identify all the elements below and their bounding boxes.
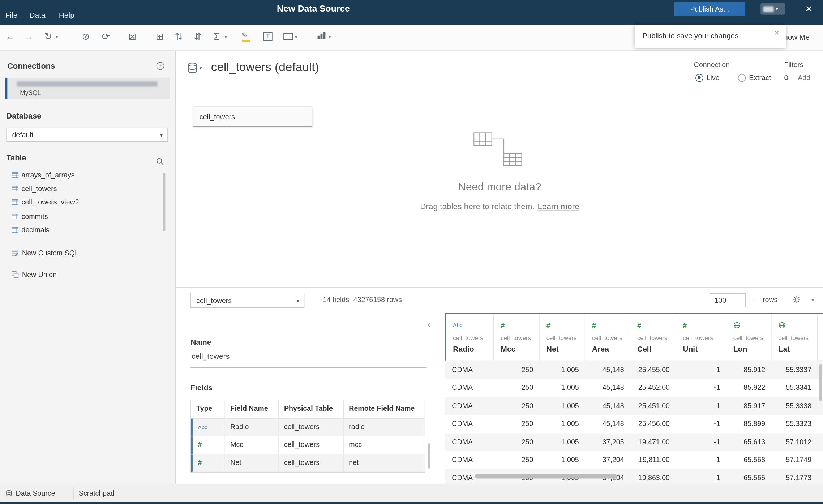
field-row[interactable]: #Mcccell_towersmcc <box>191 436 425 454</box>
redo-icon[interactable]: → <box>24 31 34 43</box>
page-title: New Data Source <box>277 4 350 14</box>
database-header: Database <box>6 111 41 120</box>
connection-item[interactable]: MySQL <box>5 78 170 99</box>
grid-cell: CDMA <box>445 451 494 469</box>
search-icon[interactable] <box>156 158 164 166</box>
grid-row[interactable]: CDMA2501,00545,14825,455.00-185.91255.33… <box>445 361 823 379</box>
connection-name-masked <box>17 81 157 87</box>
grid-column-header[interactable]: #cell_towersCell <box>630 314 676 361</box>
highlight-icon[interactable]: ✎ <box>241 30 252 43</box>
grid-cell: -1 <box>676 415 726 433</box>
table-list-item[interactable]: decimals <box>0 223 176 237</box>
fit-view-icon[interactable] <box>283 33 293 40</box>
extract-label[interactable]: Extract <box>749 74 771 82</box>
grid-cell: 250 <box>494 433 539 451</box>
datasource-icon[interactable] <box>187 62 198 74</box>
replay-caret-icon[interactable]: ▾ <box>56 35 58 40</box>
name-value[interactable]: cell_towers <box>192 352 230 360</box>
chart-caret-icon[interactable]: ▾ <box>329 35 331 40</box>
fields-label: Fields <box>190 384 213 392</box>
add-filter-button[interactable]: Add <box>798 74 810 82</box>
tab-scratchpad[interactable]: Scratchpad <box>79 484 115 503</box>
menu-help[interactable]: Help <box>59 11 74 19</box>
tableau-app: File Data Help New Data Source Publish A… <box>0 0 823 504</box>
live-label[interactable]: Live <box>707 74 720 82</box>
fields-scrollbar[interactable] <box>428 443 430 469</box>
totals-caret-icon[interactable]: ▾ <box>225 35 227 40</box>
chart-type-icon[interactable] <box>317 31 326 40</box>
table-icon <box>12 227 18 233</box>
datasource-title: cell_towers (default) <box>211 60 319 74</box>
extract-radio[interactable] <box>738 74 746 82</box>
publish-as-button[interactable]: Publish As... <box>674 2 745 16</box>
field-row[interactable]: AbcRadiocell_towersradio <box>191 419 425 436</box>
grid-column-header[interactable]: #cell_towersMcc <box>494 314 539 361</box>
grid-row[interactable]: CDMA2501,00545,14825,451.00-185.91755.33… <box>445 397 823 415</box>
grid-vertical-scrollbar[interactable] <box>819 364 822 401</box>
user-menu[interactable]: ▾ <box>760 3 785 15</box>
gear-icon[interactable] <box>793 296 801 304</box>
menu-file[interactable]: File <box>5 11 18 19</box>
grid-column-name: Radio <box>453 345 474 353</box>
sidebar-scrollbar[interactable] <box>163 173 165 231</box>
live-radio[interactable] <box>695 74 703 82</box>
replay-icon[interactable]: ↻ <box>44 31 52 43</box>
datasource-caret-icon[interactable]: ▾ <box>200 66 202 71</box>
cancel-update-icon[interactable]: ⊠ <box>129 31 137 43</box>
chevron-down-icon: ▾ <box>296 298 299 304</box>
table-list-item[interactable]: commits <box>0 209 176 223</box>
grid-cell: CDMA <box>445 379 494 397</box>
pause-auto-updates-icon[interactable]: ⊘ <box>82 31 90 43</box>
row-limit-input[interactable]: 100 <box>710 293 746 307</box>
apply-row-limit-icon[interactable]: → <box>749 296 756 304</box>
sort-ascending-icon[interactable]: ⇅ <box>175 31 183 43</box>
grid-row[interactable]: CDMA2501,00545,14825,456.00-185.89955.33… <box>445 415 823 433</box>
fit-caret-icon[interactable]: ▾ <box>295 35 297 40</box>
grid-column-name: Net <box>546 345 559 353</box>
add-connection-icon[interactable]: + <box>157 62 164 70</box>
new-union-button[interactable]: New Union <box>0 268 176 281</box>
globe-icon <box>733 322 741 331</box>
grid-column-header[interactable]: Abccell_towersRadio <box>445 314 494 361</box>
grid-row[interactable]: CDMA2501,00545,14825,452.00-185.92255.33… <box>445 379 823 397</box>
totals-icon[interactable]: Σ <box>214 31 219 43</box>
menu-data[interactable]: Data <box>29 11 45 19</box>
grid-column-header[interactable]: cell_towersLon <box>726 314 772 361</box>
run-auto-update-icon[interactable]: ⟳ <box>102 31 110 43</box>
relationship-canvas: ▾ cell_towers (default) Connection Live … <box>176 51 823 287</box>
undo-icon[interactable]: ← <box>5 31 15 43</box>
publish-tooltip: Publish to save your changes ✕ <box>635 25 786 48</box>
table-list-item[interactable]: cell_towers <box>0 182 176 195</box>
learn-more-link[interactable]: Learn more <box>538 202 579 211</box>
tab-data-source[interactable]: Data Source <box>6 484 55 503</box>
grid-column-header[interactable]: #cell_towersNet <box>540 314 585 361</box>
sort-descending-icon[interactable]: ⇵ <box>194 31 202 43</box>
grid-cell: 45,148 <box>585 397 630 415</box>
grid-horizontal-scrollbar[interactable] <box>475 474 617 478</box>
grid-cell: 65.613 <box>726 433 772 451</box>
collapse-panel-icon[interactable]: ‹ <box>427 319 430 330</box>
table-picker-select[interactable]: cell_towers ▾ <box>190 293 304 308</box>
new-custom-sql-button[interactable]: New Custom SQL <box>0 246 176 260</box>
grid-cell: 57.1749 <box>772 451 818 469</box>
grid-cell: 1,005 <box>540 379 585 397</box>
table-list-item[interactable]: cell_towers_view2 <box>0 195 176 209</box>
grid-cell: 1,005 <box>540 415 585 433</box>
add-calculated-field-icon[interactable]: ⊞ <box>156 31 164 43</box>
remote-field-cell: mcc <box>344 436 425 454</box>
database-select[interactable]: default ▾ <box>6 128 168 142</box>
table-list-item[interactable]: arrays_of_arrays <box>0 168 176 182</box>
tooltip-close-icon[interactable]: ✕ <box>774 29 780 36</box>
grid-column-header[interactable]: #cell_towersArea <box>585 314 630 361</box>
grid-row[interactable]: CDMA2501,00537,20519,471.00-165.61357.10… <box>445 433 823 451</box>
logical-table-cell-towers[interactable]: cell_towers <box>193 107 312 127</box>
field-row[interactable]: #Netcell_towersnet <box>191 455 425 472</box>
close-icon[interactable]: ✕ <box>805 4 813 14</box>
grid-cell: 45,148 <box>585 379 630 397</box>
text-label-icon[interactable]: T <box>263 32 273 41</box>
grid-column-header[interactable]: #cell_towersUnit <box>676 314 726 361</box>
grid-body: CDMA2501,00545,14825,455.00-185.91255.33… <box>445 361 823 484</box>
grid-row[interactable]: CDMA2501,00537,20419,811.00-165.56857.17… <box>445 451 823 469</box>
grid-column-header[interactable]: cell_towersLat <box>772 314 818 361</box>
grid-options-caret-icon[interactable]: ▾ <box>811 296 814 303</box>
